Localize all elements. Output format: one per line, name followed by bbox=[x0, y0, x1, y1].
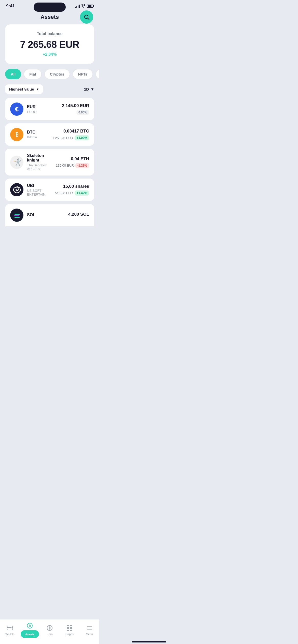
period-button[interactable]: 1D ▼ bbox=[84, 87, 94, 91]
asset-values-sol: 4.200 SOL bbox=[68, 212, 89, 218]
asset-logo-ubi bbox=[10, 183, 23, 196]
signal-icon bbox=[75, 4, 80, 8]
asset-values-eur: 2 145.00 EUR 0.00% bbox=[62, 103, 89, 115]
btc-icon: ₿ bbox=[13, 131, 21, 138]
battery-icon bbox=[87, 5, 93, 8]
filter-tab-nfts[interactable]: NFTs bbox=[73, 69, 93, 79]
asset-primary-value-ubi: 15,00 shares bbox=[55, 184, 89, 189]
asset-logo-btc: ₿ bbox=[10, 128, 23, 141]
sol-icon bbox=[10, 209, 23, 222]
asset-secondary-btc: 1 253.76 EUR +1.92% bbox=[52, 135, 89, 140]
change-badge-btc: +1.92% bbox=[75, 135, 89, 140]
period-label: 1D bbox=[84, 87, 89, 91]
filter-tab-cryptos[interactable]: Cryptos bbox=[44, 69, 70, 79]
asset-secondary-eur: 0.00% bbox=[62, 110, 89, 115]
filter-tabs: All Fiat Cryptos NFTs SBTs St bbox=[0, 69, 99, 84]
asset-primary-value-sol: 4.200 SOL bbox=[68, 212, 89, 217]
eur-symbol: € bbox=[15, 105, 19, 113]
asset-name-ubi: UBI bbox=[27, 183, 51, 188]
search-icon bbox=[84, 14, 90, 20]
asset-item-btc[interactable]: ₿ BTC Bitcoin 0.03417 BTC 1 253.76 EUR +… bbox=[5, 123, 94, 146]
asset-item-ubi[interactable]: UBI UBISOFT ENTERTAIN. 15,00 shares 513.… bbox=[5, 179, 94, 201]
asset-item-sandbox[interactable]: 🤺 Skeleton knight The Sandbox ASSETS 0,0… bbox=[5, 149, 94, 175]
filter-tab-sbts[interactable]: SBTs bbox=[96, 69, 99, 79]
asset-subname-btc: Bitcoin bbox=[27, 135, 49, 139]
asset-name-btc: BTC bbox=[27, 130, 49, 135]
asset-primary-value-eur: 2 145.00 EUR bbox=[62, 103, 89, 108]
filter-tab-fiat[interactable]: Fiat bbox=[24, 69, 42, 79]
asset-info-btc: BTC Bitcoin bbox=[27, 130, 49, 139]
change-badge-ubi: +1.42% bbox=[75, 191, 89, 196]
sort-label: Highest value bbox=[9, 87, 34, 91]
asset-list: € EUR EURO 2 145.00 EUR 0.00% ₿ BTC Bitc… bbox=[0, 98, 99, 249]
asset-secondary-ubi: 513.30 EUR +1.42% bbox=[55, 191, 89, 196]
asset-name-sol: SOL bbox=[27, 213, 65, 217]
header: Assets bbox=[0, 11, 99, 24]
asset-item-sol[interactable]: SOL 4.200 SOL bbox=[5, 204, 94, 226]
change-badge-sandbox: -1.23% bbox=[75, 163, 89, 168]
asset-eur-sandbox: 115,00 EUR bbox=[56, 164, 74, 167]
asset-values-ubi: 15,00 shares 513.30 EUR +1.42% bbox=[55, 184, 89, 196]
dynamic-island bbox=[34, 3, 66, 12]
search-button[interactable] bbox=[80, 10, 93, 24]
asset-logo-sol bbox=[10, 209, 23, 222]
balance-label: Total balance bbox=[11, 32, 88, 36]
asset-logo-eur: € bbox=[10, 103, 23, 116]
chevron-down-icon-period: ▼ bbox=[90, 87, 94, 91]
wifi-icon bbox=[81, 4, 85, 8]
chevron-down-icon: ▼ bbox=[36, 87, 39, 91]
asset-subname-eur: EURO bbox=[27, 110, 58, 114]
asset-eur-btc: 1 253.76 EUR bbox=[52, 136, 73, 140]
status-icons bbox=[75, 4, 93, 8]
change-badge-eur: 0.00% bbox=[76, 110, 89, 115]
ubisoft-icon bbox=[10, 183, 23, 196]
status-bar: 9:41 bbox=[0, 0, 99, 11]
asset-info-sol: SOL bbox=[27, 213, 65, 218]
asset-info-eur: EUR EURO bbox=[27, 105, 58, 114]
balance-card: Total balance 7 265.68 EUR +2,04% bbox=[5, 24, 94, 64]
balance-change: +2,04% bbox=[11, 52, 88, 57]
sort-button[interactable]: Highest value ▼ bbox=[5, 84, 43, 94]
svg-point-6 bbox=[16, 189, 17, 190]
status-time: 9:41 bbox=[6, 4, 15, 9]
asset-primary-value-sandbox: 0,04 ETH bbox=[56, 156, 89, 162]
asset-name-eur: EUR bbox=[27, 105, 58, 109]
asset-values-btc: 0.03417 BTC 1 253.76 EUR +1.92% bbox=[52, 129, 89, 140]
asset-logo-sandbox: 🤺 bbox=[10, 156, 23, 169]
asset-info-ubi: UBI UBISOFT ENTERTAIN. bbox=[27, 183, 51, 196]
page-title: Assets bbox=[40, 14, 59, 20]
asset-subname-ubi: UBISOFT ENTERTAIN. bbox=[27, 189, 51, 196]
filter-tab-all[interactable]: All bbox=[5, 69, 21, 79]
svg-text:₿: ₿ bbox=[16, 131, 18, 138]
skeleton-knight-icon: 🤺 bbox=[10, 156, 23, 169]
asset-eur-ubi: 513.30 EUR bbox=[55, 191, 73, 195]
asset-item-eur[interactable]: € EUR EURO 2 145.00 EUR 0.00% bbox=[5, 98, 94, 120]
asset-primary-value-btc: 0.03417 BTC bbox=[52, 129, 89, 134]
svg-text:🤺: 🤺 bbox=[12, 158, 21, 167]
asset-values-sandbox: 0,04 ETH 115,00 EUR -1.23% bbox=[56, 156, 89, 168]
svg-line-1 bbox=[88, 18, 89, 20]
asset-info-sandbox: Skeleton knight The Sandbox ASSETS bbox=[27, 153, 52, 171]
asset-secondary-sandbox: 115,00 EUR -1.23% bbox=[56, 163, 89, 168]
asset-name-sandbox: Skeleton knight bbox=[27, 153, 52, 163]
asset-subname-sandbox: The Sandbox ASSETS bbox=[27, 163, 52, 171]
balance-amount: 7 265.68 EUR bbox=[11, 39, 88, 50]
sort-row: Highest value ▼ 1D ▼ bbox=[0, 84, 99, 98]
